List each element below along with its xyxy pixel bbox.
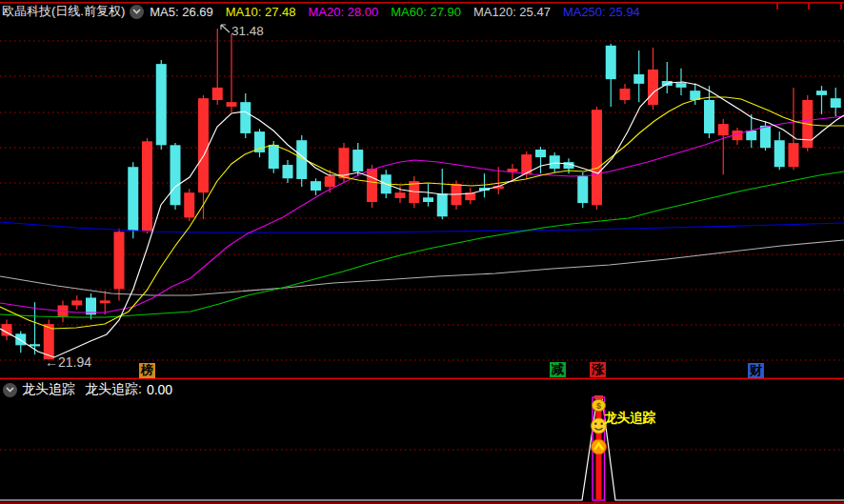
low-price-label: ←21.94 bbox=[45, 354, 91, 370]
candle-body bbox=[254, 131, 265, 152]
candle-body bbox=[156, 64, 167, 145]
candle-body bbox=[283, 165, 293, 178]
ma-line-ma250 bbox=[0, 222, 844, 232]
candle-body bbox=[648, 70, 658, 105]
candle-body bbox=[184, 192, 194, 217]
candle-body bbox=[746, 131, 756, 140]
candle-body bbox=[240, 102, 251, 133]
chevron-down-icon[interactable] bbox=[3, 383, 17, 397]
candle-body bbox=[535, 150, 546, 157]
candle-body bbox=[620, 89, 631, 100]
axis-tick bbox=[776, 2, 778, 10]
candlestick-chart[interactable]: 31.48←21.94$龙头追踪 bbox=[0, 0, 844, 504]
watermark-char: 减 bbox=[550, 362, 566, 377]
indicator-value-label: 龙头追踪: bbox=[85, 381, 142, 398]
candle-body bbox=[198, 98, 209, 192]
dollar-sign-icon: $ bbox=[596, 401, 601, 411]
candle-body bbox=[71, 300, 82, 305]
watermark-char: 涨 bbox=[590, 362, 606, 377]
chart-header: 欧晶科技(日线.前复权) MA5: 26.69MA10: 27.48MA20: … bbox=[2, 3, 653, 20]
candle-body bbox=[114, 232, 125, 289]
ma-label-3[interactable]: MA60: 27.90 bbox=[391, 5, 461, 19]
candle-body bbox=[212, 88, 223, 100]
indicator-name[interactable]: 龙头追踪 bbox=[22, 381, 75, 398]
candle-body bbox=[325, 176, 335, 187]
candle-body bbox=[311, 181, 321, 191]
ma-label-5[interactable]: MA250: 25.94 bbox=[563, 5, 640, 19]
candle-body bbox=[269, 145, 279, 169]
candle-body bbox=[227, 102, 237, 107]
candle-body bbox=[831, 98, 841, 108]
candle-body bbox=[423, 197, 433, 202]
signal-text-label: 龙头追踪 bbox=[603, 410, 656, 425]
candle-body bbox=[577, 176, 588, 203]
ma-line-ma20 bbox=[0, 116, 844, 312]
ma-line-ma60 bbox=[0, 171, 844, 317]
candle-body bbox=[704, 100, 714, 133]
candle-body bbox=[30, 344, 40, 346]
axis-tick bbox=[808, 2, 810, 10]
candle-body bbox=[15, 333, 26, 345]
ma-line-ma120 bbox=[0, 240, 844, 295]
smiley-eye bbox=[594, 423, 596, 425]
panel-separator bbox=[0, 378, 844, 380]
candle-body bbox=[774, 140, 785, 167]
indicator-line bbox=[0, 397, 844, 500]
candle-body bbox=[592, 110, 602, 205]
candle-body bbox=[816, 91, 827, 95]
candle-body bbox=[395, 192, 406, 198]
high-arrow-icon bbox=[221, 25, 230, 32]
candle-body bbox=[760, 126, 771, 148]
ma-label-2[interactable]: MA20: 28.00 bbox=[309, 5, 379, 19]
stock-title: 欧晶科技(日线.前复权) bbox=[2, 3, 125, 20]
indicator-value: 0.00 bbox=[147, 382, 172, 397]
candle-body bbox=[789, 143, 799, 167]
money-bag-icon bbox=[594, 395, 603, 399]
smiley-eye bbox=[601, 423, 603, 425]
candle-body bbox=[352, 150, 363, 171]
high-price-label: 31.48 bbox=[231, 24, 264, 38]
candle-body bbox=[437, 193, 448, 216]
candle-body bbox=[550, 155, 560, 169]
candle-body bbox=[676, 83, 687, 88]
candle-body bbox=[367, 169, 377, 202]
candle-body bbox=[171, 145, 181, 205]
indicator-header: 龙头追踪 龙头追踪: 0.00 bbox=[3, 381, 172, 398]
watermark-char: 财 bbox=[748, 363, 764, 378]
stock-app-window: 31.48←21.94$龙头追踪 欧晶科技(日线.前复权) MA5: 26.69… bbox=[0, 0, 844, 504]
watermark-char: 榜 bbox=[139, 363, 155, 378]
ma-legend: MA5: 26.69MA10: 27.48MA20: 28.00MA60: 27… bbox=[150, 5, 653, 19]
candle-body bbox=[633, 74, 644, 84]
candle-body bbox=[339, 148, 350, 178]
ma-label-4[interactable]: MA120: 25.47 bbox=[473, 5, 551, 19]
candle-body bbox=[718, 124, 729, 135]
candle-body bbox=[142, 141, 152, 232]
axis-tick bbox=[840, 2, 842, 10]
candle-body bbox=[100, 300, 111, 303]
candle-body bbox=[606, 46, 616, 79]
chevron-down-icon[interactable] bbox=[130, 5, 144, 19]
ma-label-0[interactable]: MA5: 26.69 bbox=[150, 5, 213, 19]
candle-body bbox=[128, 167, 138, 231]
ma-label-1[interactable]: MA10: 27.48 bbox=[226, 5, 296, 19]
